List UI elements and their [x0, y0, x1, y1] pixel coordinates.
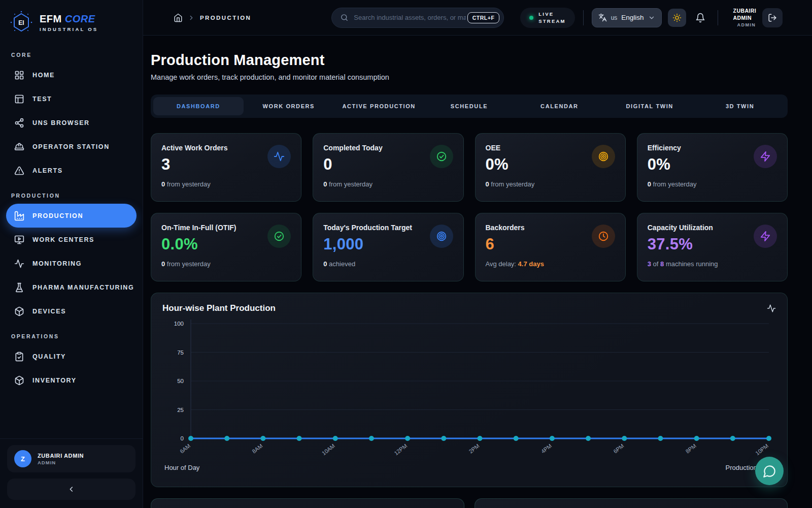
sidebar-item-label: WORK CENTERS: [32, 236, 94, 243]
sidebar-item-uns-browser[interactable]: UNS BROWSER: [6, 111, 137, 135]
kpi-card-capacity-utilization: Capacity Utilization 37.5% 3 of 8 machin…: [637, 213, 788, 281]
kpi-card-today-s-production-target: Today's Production Target 1,000 0 achiev…: [313, 213, 463, 281]
sidebar-item-label: HOME: [32, 72, 55, 79]
nav-section-label-operations: OPERATIONS: [11, 333, 131, 339]
svg-text:100: 100: [174, 321, 184, 327]
sidebar-collapse-button[interactable]: [7, 479, 136, 500]
sidebar-item-alerts[interactable]: ALERTS: [6, 158, 137, 182]
logout-button[interactable]: [762, 8, 783, 27]
logout-icon: [768, 13, 777, 22]
main-area: PRODUCTION CTRL+F LIVE STREAM: [143, 0, 812, 508]
sidebar-item-monitoring[interactable]: MONITORING: [6, 251, 137, 275]
box-icon: [14, 375, 24, 386]
svg-text:50: 50: [177, 378, 184, 384]
kpi-sub: 0 achieved: [323, 260, 453, 268]
kpi-icon-badge: [754, 225, 777, 248]
sidebar-user-name: ZUBAIRI ADMIN: [38, 453, 84, 459]
header-user-name: ZUBAIRI ADMIN: [733, 8, 756, 21]
panels-icon: [14, 94, 24, 104]
factory-icon: [14, 211, 24, 221]
zap-icon: [760, 231, 771, 242]
sidebar-user-card[interactable]: Z ZUBAIRI ADMIN ADMIN: [7, 445, 136, 472]
tab-dashboard[interactable]: DASHBOARD: [153, 97, 244, 115]
live-stream-label: LIVE STREAM: [538, 11, 565, 24]
page-subtitle: Manage work orders, track production, an…: [151, 73, 788, 81]
kpi-sub: 0 from yesterday: [323, 180, 453, 188]
sidebar-item-label: OPERATOR STATION: [32, 143, 110, 150]
nav-section-label-core: CORE: [11, 52, 131, 58]
kpi-sub-segment: from yesterday: [165, 180, 211, 188]
brand-name: EFM: [40, 13, 62, 24]
bell-icon: [695, 13, 705, 23]
theme-toggle-button[interactable]: [668, 9, 686, 27]
alert-icon: [14, 166, 24, 176]
header-user-role: ADMIN: [733, 22, 756, 27]
sidebar-item-devices[interactable]: DEVICES: [6, 299, 137, 323]
tab-active-production[interactable]: ACTIVE PRODUCTION: [334, 97, 424, 115]
target-icon: [436, 231, 447, 242]
live-stream-line1: LIVE: [538, 11, 554, 17]
sidebar-item-label: UNS BROWSER: [32, 119, 90, 126]
tab-3d-twin[interactable]: 3D TWIN: [695, 97, 785, 115]
home-icon: [174, 13, 183, 22]
kpi-sub: 0 from yesterday: [648, 180, 777, 188]
chart-header: Hour-wise Plant Production: [162, 303, 776, 313]
svg-text:8AM: 8AM: [251, 442, 263, 454]
sidebar-item-operator-station[interactable]: OPERATOR STATION: [6, 135, 137, 158]
sidebar-item-inventory[interactable]: INVENTORY: [6, 368, 137, 392]
kpi-sub-segment: 4.7 days: [518, 260, 544, 268]
zap-icon: [760, 151, 771, 162]
search-icon: [340, 13, 349, 22]
share-icon: [14, 118, 24, 128]
live-stream-button[interactable]: LIVE STREAM: [520, 8, 574, 28]
svg-text:75: 75: [177, 350, 184, 356]
notifications-button[interactable]: [691, 9, 709, 27]
production-chart: 02550751006AM8AM10AM12PM2PM4PM6PM8PM10PM: [162, 315, 776, 466]
sidebar-item-label: PRODUCTION: [32, 212, 83, 219]
sidebar-item-label: INVENTORY: [32, 377, 77, 384]
avatar: Z: [14, 450, 31, 467]
search-shortcut-badge: CTRL+F: [467, 12, 500, 23]
kpi-sub: 0 from yesterday: [161, 260, 291, 268]
tab-schedule[interactable]: SCHEDULE: [424, 97, 515, 115]
svg-text:0: 0: [181, 435, 184, 441]
kpi-icon-badge: [267, 145, 291, 168]
sidebar-item-quality[interactable]: QUALITY: [6, 344, 137, 368]
tab-digital-twin[interactable]: DIGITAL TWIN: [604, 97, 695, 115]
svg-text:6AM: 6AM: [179, 442, 191, 454]
kpi-icon-badge: [430, 225, 453, 248]
kpi-card-efficiency: Efficiency 0% 0 from yesterday: [637, 133, 788, 202]
tab-calendar[interactable]: CALENDAR: [514, 97, 604, 115]
sidebar-item-home[interactable]: HOME: [6, 63, 137, 87]
sun-icon: [672, 13, 682, 22]
chat-fab-button[interactable]: [755, 457, 784, 485]
svg-text:6PM: 6PM: [612, 442, 625, 454]
clipboard-icon: [14, 352, 24, 362]
kpi-sub: 0 from yesterday: [486, 180, 615, 188]
sidebar-item-test[interactable]: TEST: [6, 87, 137, 111]
brand-text: EFM CORE INDUSTRIAL OS: [40, 13, 98, 32]
kpi-sub-segment: machines running: [664, 260, 718, 268]
sidebar-item-pharma-manufacturing[interactable]: PHARMA MANUFACTURING: [6, 275, 137, 299]
kpi-sub: Avg delay: 4.7 days: [486, 260, 615, 268]
kpi-card-oee: OEE 0% 0 from yesterday: [475, 133, 626, 202]
sidebar-item-label: QUALITY: [32, 353, 66, 360]
sidebar-item-production[interactable]: PRODUCTION: [6, 204, 137, 228]
header-user[interactable]: ZUBAIRI ADMIN ADMIN: [733, 8, 756, 27]
header-user-name-line2: ADMIN: [733, 15, 752, 21]
breadcrumb-home-button[interactable]: [174, 13, 183, 22]
chart-title: Hour-wise Plant Production: [162, 303, 276, 313]
brand: EI EFM CORE INDUSTRIAL OS: [0, 0, 143, 42]
chevron-left-icon: [67, 485, 76, 493]
kpi-icon-badge: [267, 225, 291, 248]
kpi-sub-segment: 0: [648, 180, 651, 188]
chevron-down-icon: [648, 14, 655, 21]
sidebar-item-work-centers[interactable]: WORK CENTERS: [6, 228, 137, 251]
language-label: English: [621, 14, 644, 21]
partial-card: [475, 498, 788, 508]
language-selector[interactable]: us English: [592, 8, 662, 27]
tab-work-orders[interactable]: WORK ORDERS: [244, 97, 334, 115]
chart-x-axis-label: Hour of Day: [164, 464, 199, 471]
sidebar-item-label: PHARMA MANUFACTURING: [32, 284, 134, 291]
live-stream-line2: STREAM: [538, 18, 565, 24]
